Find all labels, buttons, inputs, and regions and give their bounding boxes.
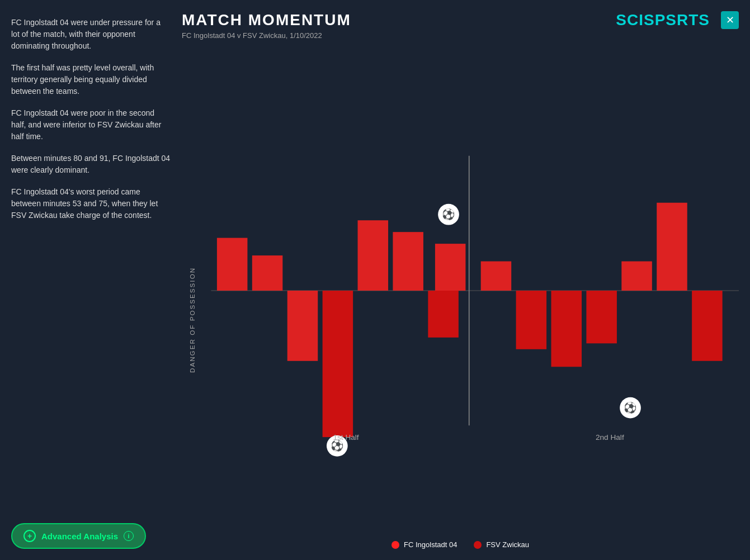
bar-2h-1 xyxy=(481,262,512,291)
half1-label: 1st Half xyxy=(333,433,359,442)
advanced-analysis-info-icon: i xyxy=(124,531,134,541)
legend-dot-team1 xyxy=(391,541,399,549)
analysis-text-5: FC Ingolstadt 04's worst period came bet… xyxy=(11,186,171,221)
right-chart-panel: MATCH MOMENTUM FC Ingolstadt 04 v FSV Zw… xyxy=(182,11,739,549)
bar-1h-5 xyxy=(358,220,389,291)
advanced-analysis-plus-icon: + xyxy=(23,530,36,542)
analysis-text-4: Between minutes 80 and 91, FC Ingolstadt… xyxy=(11,153,171,176)
bar-1h-3 xyxy=(287,291,318,361)
bar-2h-2 xyxy=(516,291,547,349)
bar-2h-6 xyxy=(657,203,687,291)
bar-1h-8 xyxy=(435,244,466,291)
legend-label-team1: FC Ingolstadt 04 xyxy=(404,540,457,549)
legend-dot-team2 xyxy=(474,541,482,549)
bar-2h-4 xyxy=(586,291,617,343)
chart-svg-container: DANGER OF POSSESSION xyxy=(182,45,739,536)
bar-1h-4 xyxy=(323,291,353,437)
analysis-text-2: The first half was pretty level overall,… xyxy=(11,62,171,97)
chart-legend: FC Ingolstadt 04 FSV Zwickau xyxy=(182,540,739,549)
half2-label: 2nd Half xyxy=(596,433,624,442)
bar-2h-7 xyxy=(692,291,723,361)
bar-1h-2 xyxy=(252,255,283,291)
bar-2h-5 xyxy=(621,262,652,291)
legend-item-2: FSV Zwickau xyxy=(474,540,529,549)
legend-label-team2: FSV Zwickau xyxy=(486,540,529,549)
logo-area: SCISPSRTS ✕ xyxy=(616,11,739,29)
chart-subtitle: FC Ingolstadt 04 v FSV Zwickau, 1/10/202… xyxy=(182,31,351,40)
bar-2h-3 xyxy=(551,291,582,367)
bar-1h-7 xyxy=(428,291,459,338)
close-button[interactable]: ✕ xyxy=(721,11,739,29)
analysis-text-3: FC Ingolstadt 04 were poor in the second… xyxy=(11,107,171,143)
left-analysis-panel: FC Ingolstadt 04 were under pressure for… xyxy=(11,11,171,549)
chart-area: DANGER OF POSSESSION xyxy=(182,45,739,549)
advanced-analysis-label: Advanced Analysis xyxy=(41,531,118,541)
brand-logo: SCISPSRTS xyxy=(616,11,710,29)
bar-1h-6 xyxy=(393,232,423,291)
chart-header: MATCH MOMENTUM FC Ingolstadt 04 v FSV Zw… xyxy=(182,11,739,40)
chart-title: MATCH MOMENTUM xyxy=(182,11,351,29)
goal-icon-3-text: ⚽ xyxy=(624,401,637,414)
analysis-text-1: FC Ingolstadt 04 were under pressure for… xyxy=(11,17,171,52)
goal-icon-1-text: ⚽ xyxy=(442,208,455,221)
momentum-chart: DANGER OF POSSESSION xyxy=(182,45,739,536)
legend-item-1: FC Ingolstadt 04 xyxy=(391,540,457,549)
chart-title-block: MATCH MOMENTUM FC Ingolstadt 04 v FSV Zw… xyxy=(182,11,351,40)
bar-1h-1 xyxy=(217,238,248,291)
advanced-analysis-button[interactable]: + Advanced Analysis i xyxy=(11,523,146,549)
y-axis-label: DANGER OF POSSESSION xyxy=(189,267,196,373)
